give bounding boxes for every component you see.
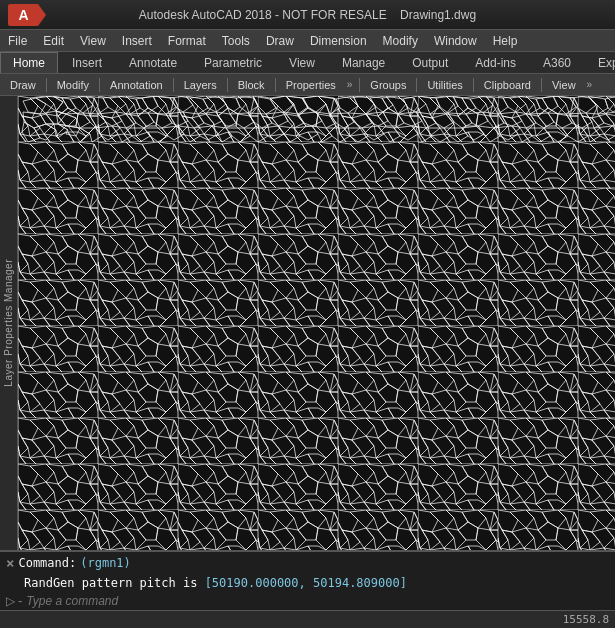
toolbar-more-1[interactable]: » (344, 77, 356, 92)
toolbar-sep-3 (173, 78, 174, 92)
menu-format[interactable]: Format (160, 32, 214, 50)
toolbar-view[interactable]: View (546, 77, 582, 93)
menu-window[interactable]: Window (426, 32, 485, 50)
filename: Drawing1.dwg (400, 8, 476, 22)
menu-edit[interactable]: Edit (35, 32, 72, 50)
command-output: RandGen pattern pitch is [50190.000000, … (0, 574, 615, 592)
toolbar-groups[interactable]: Groups (364, 77, 412, 93)
tab-view[interactable]: View (276, 52, 328, 73)
tab-express-tools[interactable]: Express Tools (585, 52, 615, 73)
tab-a360[interactable]: A360 (530, 52, 584, 73)
command-output-key-text: pitch is (140, 576, 198, 590)
command-name: (rgmn1) (80, 556, 131, 570)
command-close-button[interactable]: × (6, 555, 14, 571)
toolbar-block[interactable]: Block (232, 77, 271, 93)
toolbar-sep-6 (359, 78, 360, 92)
title-bar: A Autodesk AutoCAD 2018 - NOT FOR RESALE… (0, 0, 615, 30)
voronoi-pattern (18, 96, 615, 550)
menu-draw[interactable]: Draw (258, 32, 302, 50)
autocad-logo: A (8, 4, 39, 26)
toolbar-modify[interactable]: Modify (51, 77, 95, 93)
toolbar-annotation[interactable]: Annotation (104, 77, 169, 93)
app-logo: A (8, 3, 46, 27)
menu-file[interactable]: File (0, 32, 35, 50)
command-output-value: [50190.000000, 50194.809000] (205, 576, 407, 590)
layer-properties-label: Layer Properties Manager (3, 259, 14, 387)
toolbar-layers[interactable]: Layers (178, 77, 223, 93)
command-line: × Command: (rgmn1) (0, 552, 615, 574)
toolbar-row: Draw Modify Annotation Layers Block Prop… (0, 74, 615, 96)
svg-rect-130 (18, 96, 615, 550)
menu-bar: File Edit View Insert Format Tools Draw … (0, 30, 615, 52)
toolbar-draw[interactable]: Draw (4, 77, 42, 93)
layer-properties-tab[interactable]: Layer Properties Manager (0, 96, 18, 550)
tab-output[interactable]: Output (399, 52, 461, 73)
toolbar-sep-5 (275, 78, 276, 92)
toolbar-sep-2 (99, 78, 100, 92)
toolbar-more-2[interactable]: » (584, 77, 596, 92)
menu-help[interactable]: Help (485, 32, 526, 50)
status-coordinates: 15558.8 (563, 613, 609, 626)
ribbon-tabs: Home Insert Annotate Parametric View Man… (0, 52, 615, 74)
app-title: Autodesk AutoCAD 2018 - NOT FOR RESALE (139, 8, 387, 22)
toolbar-sep-8 (473, 78, 474, 92)
toolbar-clipboard[interactable]: Clipboard (478, 77, 537, 93)
menu-modify[interactable]: Modify (375, 32, 426, 50)
toolbar-sep-4 (227, 78, 228, 92)
tab-home[interactable]: Home (0, 52, 58, 73)
menu-dimension[interactable]: Dimension (302, 32, 375, 50)
drawing-canvas[interactable] (18, 96, 615, 550)
toolbar-sep-1 (46, 78, 47, 92)
tab-parametric[interactable]: Parametric (191, 52, 275, 73)
toolbar-sep-9 (541, 78, 542, 92)
command-prompt-icon: ▷ - (6, 594, 22, 608)
main-area: Layer Properties Manager (0, 96, 615, 550)
menu-tools[interactable]: Tools (214, 32, 258, 50)
tab-insert[interactable]: Insert (59, 52, 115, 73)
tab-addins[interactable]: Add-ins (462, 52, 529, 73)
logo-arrow (38, 4, 46, 26)
command-output-label: RandGen pattern (24, 576, 132, 590)
toolbar-utilities[interactable]: Utilities (421, 77, 468, 93)
command-prefix: Command: (18, 556, 76, 570)
status-bar: 15558.8 (0, 610, 615, 628)
command-input-row: ▷ - (0, 592, 615, 610)
command-area: × Command: (rgmn1) RandGen pattern pitch… (0, 550, 615, 610)
tab-annotate[interactable]: Annotate (116, 52, 190, 73)
toolbar-sep-7 (416, 78, 417, 92)
menu-view[interactable]: View (72, 32, 114, 50)
toolbar-properties[interactable]: Properties (280, 77, 342, 93)
tab-manage[interactable]: Manage (329, 52, 398, 73)
menu-insert[interactable]: Insert (114, 32, 160, 50)
command-input[interactable] (26, 594, 609, 608)
